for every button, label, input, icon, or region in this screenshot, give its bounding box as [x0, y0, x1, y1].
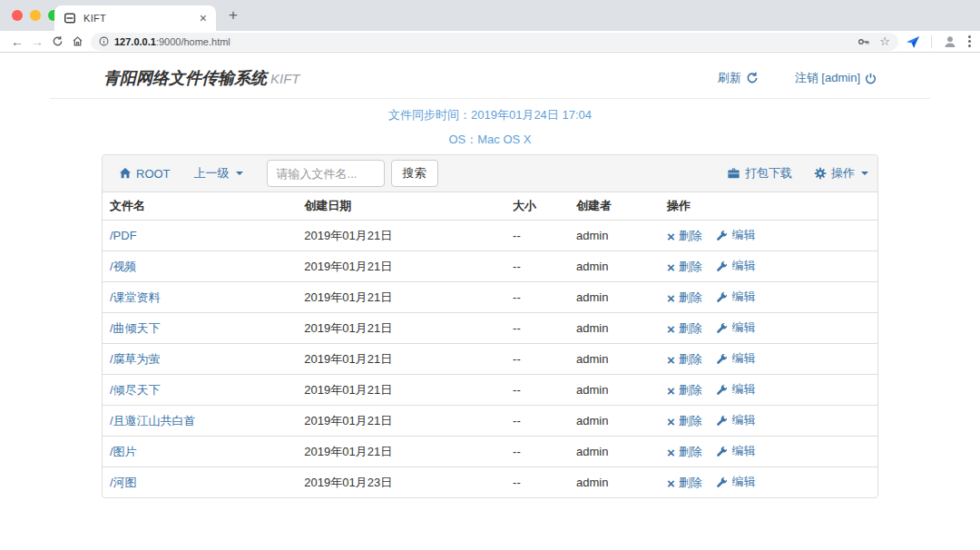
file-name-link[interactable]: /课堂资料 [110, 290, 161, 304]
back-icon[interactable]: ← [7, 32, 27, 52]
page-content: 青阳网络文件传输系统KIFT 刷新 注销 [admin] [0, 53, 980, 550]
delete-x-icon: × [667, 230, 675, 243]
file-toolbar: ROOT 上一级 搜索 打包下载 [103, 155, 877, 192]
file-name-link[interactable]: /PDF [110, 229, 137, 242]
reload-icon[interactable] [47, 32, 67, 52]
file-date: 2019年01月23日 [297, 467, 505, 498]
file-size: -- [505, 251, 569, 282]
wrench-icon [716, 230, 728, 241]
delete-x-icon: × [667, 322, 675, 336]
browser-tab[interactable]: KIFT × [54, 5, 216, 31]
edit-button[interactable]: 编辑 [716, 319, 755, 336]
col-header-size: 大小 [505, 192, 569, 221]
file-date: 2019年01月21日 [297, 437, 505, 467]
edit-button[interactable]: 编辑 [716, 258, 755, 274]
wrench-icon [716, 384, 728, 396]
file-size: -- [505, 313, 569, 344]
close-window-button[interactable] [12, 10, 23, 21]
file-name-link[interactable]: /腐草为萤 [110, 352, 161, 366]
file-date: 2019年01月21日 [297, 282, 505, 313]
forward-icon[interactable]: → [27, 32, 47, 52]
table-header-row: 文件名 创建日期 大小 创建者 操作 [103, 192, 877, 221]
new-tab-button[interactable]: + [229, 6, 238, 25]
file-size: -- [505, 437, 569, 467]
wrench-icon [716, 322, 728, 334]
file-date: 2019年01月21日 [297, 344, 505, 375]
file-name-link[interactable]: /且邀江山共白首 [110, 414, 196, 427]
file-date: 2019年01月21日 [297, 313, 505, 344]
browser-toolbar: ← → 127.0.0.1:9000/home.html [0, 31, 980, 53]
minimize-window-button[interactable] [30, 10, 41, 21]
delete-button[interactable]: ×删除 [667, 228, 702, 244]
page-header: 青阳网络文件传输系统KIFT 刷新 注销 [admin] [50, 53, 930, 99]
page-info-icon[interactable] [99, 36, 109, 46]
file-creator: admin [569, 406, 660, 437]
extension-icon[interactable] [906, 34, 920, 49]
close-tab-icon[interactable]: × [200, 12, 207, 25]
edit-button[interactable]: 编辑 [716, 443, 755, 459]
bookmark-star-icon[interactable]: ☆ [879, 34, 890, 48]
browser-menu-icon[interactable] [968, 35, 971, 47]
delete-button[interactable]: ×删除 [667, 290, 702, 306]
file-creator: admin [569, 375, 660, 406]
parent-dir-dropdown[interactable]: 上一级 [194, 165, 243, 182]
file-creator: admin [569, 251, 660, 282]
root-button[interactable]: ROOT [119, 167, 171, 181]
edit-button[interactable]: 编辑 [716, 412, 755, 428]
sync-time-line: 文件同步时间：2019年01月24日 17:04 [0, 107, 980, 123]
address-bar[interactable]: 127.0.0.1:9000/home.html ☆ [91, 33, 898, 51]
file-creator: admin [569, 313, 660, 344]
logout-button[interactable]: 注销 [admin] [795, 70, 877, 86]
table-row: /PDF 2019年01月21日 -- admin ×删除 编辑 [103, 221, 877, 251]
col-header-date: 创建日期 [297, 192, 505, 221]
actions-dropdown[interactable]: 操作 [814, 165, 868, 182]
status-block: 文件同步时间：2019年01月24日 17:04 OS：Mac OS X [0, 107, 980, 148]
delete-button[interactable]: ×删除 [667, 444, 702, 460]
window-controls[interactable] [12, 10, 59, 21]
edit-button[interactable]: 编辑 [716, 227, 755, 243]
refresh-button[interactable]: 刷新 [718, 70, 759, 86]
col-header-operations: 操作 [660, 192, 877, 221]
delete-button[interactable]: ×删除 [667, 351, 702, 368]
file-name-link[interactable]: /图片 [110, 445, 137, 458]
gear-icon [814, 167, 827, 180]
file-name-link[interactable]: /视频 [110, 260, 137, 273]
edit-button[interactable]: 编辑 [716, 350, 755, 367]
edit-button[interactable]: 编辑 [716, 289, 755, 305]
edit-button[interactable]: 编辑 [716, 474, 755, 490]
delete-button[interactable]: ×删除 [667, 382, 702, 398]
wrench-icon [716, 291, 728, 303]
file-date: 2019年01月21日 [297, 251, 505, 282]
wrench-icon [716, 415, 728, 427]
table-row: /河图 2019年01月23日 -- admin ×删除 编辑 [103, 467, 877, 498]
chevron-down-icon [236, 172, 243, 175]
file-name-link[interactable]: /河图 [110, 476, 137, 489]
edit-button[interactable]: 编辑 [716, 381, 755, 398]
file-name-link[interactable]: /曲倾天下 [110, 321, 161, 335]
table-row: /课堂资料 2019年01月21日 -- admin ×删除 编辑 [103, 282, 877, 313]
delete-x-icon: × [667, 260, 675, 274]
package-download-button[interactable]: 打包下载 [727, 165, 792, 182]
search-button[interactable]: 搜索 [391, 160, 438, 187]
delete-button[interactable]: ×删除 [667, 413, 702, 429]
file-name-link[interactable]: /倾尽天下 [110, 383, 161, 397]
url-host: 127.0.0.1 [114, 36, 156, 47]
delete-button[interactable]: ×删除 [667, 320, 702, 337]
delete-button[interactable]: ×删除 [667, 259, 702, 275]
password-key-icon[interactable] [858, 35, 870, 48]
delete-x-icon: × [667, 353, 675, 367]
table-row: /图片 2019年01月21日 -- admin ×删除 编辑 [103, 437, 877, 467]
search-input[interactable] [267, 160, 385, 187]
url-text[interactable]: 127.0.0.1:9000/home.html [114, 36, 230, 47]
browser-home-icon[interactable] [67, 32, 87, 52]
file-table-body: /PDF 2019年01月21日 -- admin ×删除 编辑 /视频 201… [103, 221, 877, 498]
browser-tab-bar: KIFT × + [0, 0, 980, 31]
wrench-icon [716, 446, 728, 457]
url-path: :9000/home.html [156, 36, 230, 47]
file-date: 2019年01月21日 [297, 375, 505, 406]
delete-button[interactable]: ×删除 [667, 475, 702, 491]
os-line: OS：Mac OS X [0, 132, 980, 148]
profile-avatar-icon[interactable] [943, 34, 957, 49]
table-row: /倾尽天下 2019年01月21日 -- admin ×删除 编辑 [103, 375, 877, 406]
table-row: /曲倾天下 2019年01月21日 -- admin ×删除 编辑 [103, 313, 877, 344]
